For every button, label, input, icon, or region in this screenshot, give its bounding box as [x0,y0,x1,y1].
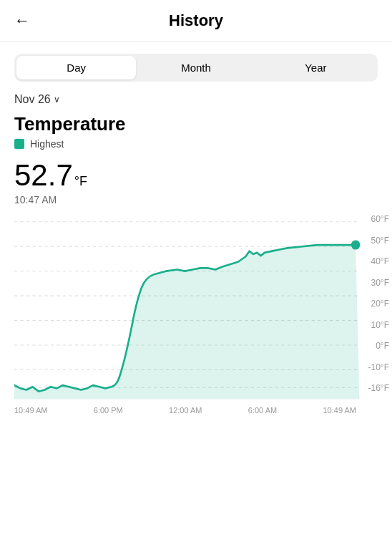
svg-point-8 [351,241,361,250]
y-label-10: 10°F [371,320,389,330]
legend-label: Highest [30,138,64,150]
tab-bar: Day Month Year [14,54,378,82]
chevron-down-icon: ∨ [54,95,60,105]
section-title: Temperature [14,113,378,135]
y-label-0: 0°F [376,341,389,351]
legend: Highest [14,138,378,150]
x-label-4: 10:49 AM [323,406,356,415]
y-label-50: 50°F [371,236,389,246]
y-label-neg16: -16°F [368,383,389,393]
tab-month[interactable]: Month [136,56,255,79]
tab-day[interactable]: Day [16,56,136,79]
y-label-40: 40°F [371,256,389,266]
temperature-time: 10:47 AM [14,194,378,205]
temperature-number: 52.7 [14,158,73,193]
y-label-30: 30°F [371,278,389,288]
tab-year[interactable]: Year [256,56,376,79]
y-axis-labels: 60°F 50°F 40°F 30°F 20°F 10°F 0°F -10°F … [368,214,389,393]
date-label: Nov 26 [14,93,51,106]
page-title: History [169,11,223,30]
x-axis-labels: 10:49 AM 6:00 PM 12:00 AM 6:00 AM 10:49 … [14,406,356,415]
header: ← History [0,0,392,42]
y-label-60: 60°F [371,214,389,224]
temperature-chart: .grid-line { stroke: #ddd; stroke-width:… [14,214,392,415]
temperature-unit: °F [74,174,87,189]
y-label-20: 20°F [371,299,389,309]
x-label-2: 12:00 AM [169,406,202,415]
x-label-0: 10:49 AM [14,406,47,415]
y-label-neg10: -10°F [368,362,389,372]
legend-color-dot [14,139,24,149]
x-label-3: 6:00 AM [248,406,277,415]
temperature-display: 52.7 °F [14,158,378,193]
back-button[interactable]: ← [14,11,30,30]
x-label-1: 6:00 PM [94,406,123,415]
date-selector[interactable]: Nov 26 ∨ [14,93,378,106]
